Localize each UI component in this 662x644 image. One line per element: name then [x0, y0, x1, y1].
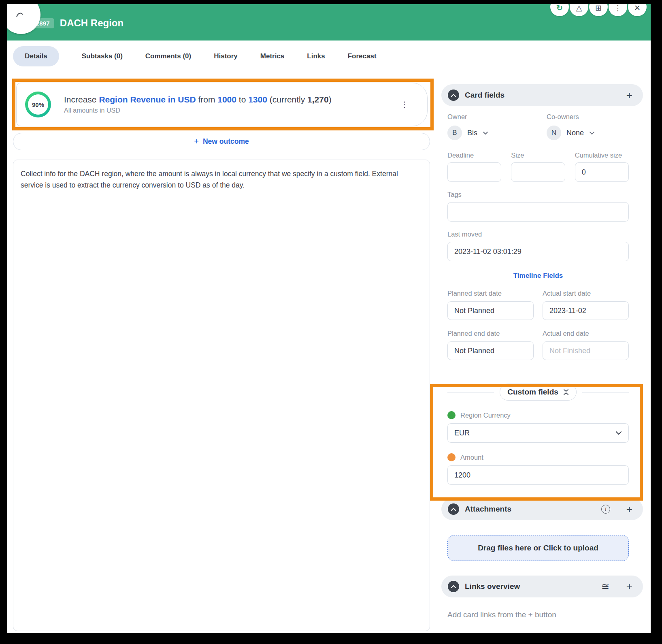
tab-comments[interactable]: Comments (0) — [145, 52, 191, 60]
watch-icon[interactable]: ↻ — [550, 4, 569, 16]
header-actions: ↻ △ ⊞ ⋮ ✕ — [550, 4, 647, 16]
collapse-chevron-icon[interactable] — [448, 503, 459, 515]
card-id-badge: ID:142897 — [16, 18, 54, 28]
currency-field-dot — [447, 411, 456, 419]
timeline-fields-title[interactable]: Timeline Fields — [513, 272, 563, 280]
outcome-card[interactable]: 90% Increase Region Revenue in USD from … — [16, 83, 428, 126]
sidebar: Card fields + Owner B Bis Co-owners N — [441, 84, 643, 619]
tab-links[interactable]: Links — [307, 52, 325, 60]
deadline-input[interactable] — [447, 162, 501, 182]
card-header: ID:142897 DACH Region ↻ △ ⊞ ⋮ ✕ — [7, 4, 651, 41]
outcome-subtitle: All amounts in USD — [64, 107, 400, 114]
co-owners-value: None — [566, 129, 584, 137]
outcome-progress-value: 90% — [28, 94, 48, 115]
card-fields-title: Card fields — [465, 91, 621, 100]
add-field-button[interactable]: + — [626, 90, 632, 100]
attachments-title: Attachments — [465, 505, 596, 514]
new-outcome-button[interactable]: + New outcome — [13, 133, 430, 150]
collapse-chevron-icon[interactable] — [448, 90, 459, 101]
actual-start-label: Actual start date — [543, 290, 629, 297]
chevron-down-icon[interactable] — [589, 131, 595, 135]
custom-fields-divider: Custom fields — [447, 384, 629, 401]
amount-label: Amount — [460, 454, 483, 461]
card-fields-header[interactable]: Card fields + — [441, 84, 643, 106]
tab-forecast[interactable]: Forecast — [348, 52, 377, 60]
collapse-chevron-icon[interactable] — [448, 581, 459, 592]
tab-history[interactable]: History — [214, 52, 238, 60]
actual-end-input[interactable]: Not Finished — [543, 341, 629, 360]
planned-end-input[interactable]: Not Planned — [447, 341, 534, 360]
outcome-menu-icon[interactable]: ⋮ — [400, 100, 409, 109]
info-icon[interactable]: i — [601, 505, 610, 514]
size-input[interactable] — [511, 162, 565, 182]
timeline-divider: Timeline Fields — [447, 272, 629, 280]
cumulative-size-label: Cumulative size — [575, 151, 629, 159]
custom-fields-toggle[interactable]: Custom fields — [500, 384, 577, 401]
chevron-down-icon — [615, 431, 622, 435]
tab-subtasks[interactable]: Subtasks (0) — [82, 52, 123, 60]
collapse-vertical-icon — [563, 389, 569, 395]
more-icon[interactable]: ⋮ — [609, 4, 627, 16]
co-owner-avatar[interactable]: N — [547, 126, 561, 140]
co-owners-label: Co-owners — [547, 113, 629, 121]
amount-field-dot — [447, 453, 456, 461]
tab-metrics[interactable]: Metrics — [260, 52, 285, 60]
card-title: DACH Region — [60, 17, 123, 29]
close-icon[interactable]: ✕ — [628, 4, 647, 16]
tags-input[interactable] — [447, 202, 629, 222]
new-outcome-label: New outcome — [203, 137, 249, 146]
amount-input[interactable]: 1200 — [447, 465, 629, 485]
links-overview-title: Links overview — [465, 582, 596, 591]
owner-label: Owner — [447, 113, 547, 121]
tab-bar: Details Subtasks (0) Comments (0) Histor… — [13, 46, 377, 66]
add-link-button[interactable]: + — [626, 581, 632, 592]
alert-icon[interactable]: △ — [570, 4, 588, 16]
chevron-down-icon[interactable] — [483, 131, 488, 135]
links-filter-icon[interactable]: ≅ — [601, 582, 609, 591]
description-editor[interactable]: Collect info for the DACH region, where … — [13, 160, 430, 631]
region-currency-label: Region Currency — [460, 412, 511, 419]
actual-start-input[interactable]: 2023-11-02 — [543, 301, 629, 320]
tab-details[interactable]: Details — [13, 46, 59, 66]
owner-avatar[interactable]: B — [447, 126, 462, 140]
archive-icon[interactable]: ⊞ — [589, 4, 608, 16]
add-attachment-button[interactable]: + — [626, 504, 632, 514]
planned-start-input[interactable]: Not Planned — [447, 301, 534, 320]
planned-end-label: Planned end date — [447, 330, 534, 337]
region-currency-select[interactable]: EUR — [447, 423, 629, 443]
outcome-metric-link[interactable]: Region Revenue in USD — [99, 95, 196, 104]
size-label: Size — [511, 151, 565, 159]
tags-label: Tags — [447, 191, 629, 198]
custom-fields-title: Custom fields — [507, 388, 558, 397]
plus-icon: + — [194, 137, 199, 146]
actual-end-label: Actual end date — [543, 330, 629, 337]
last-moved-input[interactable]: 2023-11-02 03:01:29 — [447, 242, 629, 261]
outcome-progress-ring: 90% — [25, 92, 51, 117]
last-moved-label: Last moved — [447, 230, 629, 238]
card-details-window: ID:142897 DACH Region ↻ △ ⊞ ⋮ ✕ Details … — [7, 4, 651, 633]
cumulative-size-input[interactable]: 0 — [575, 162, 629, 182]
links-overview-header[interactable]: Links overview ≅ + — [441, 576, 643, 597]
owner-value: Bis — [467, 129, 477, 137]
outcome-title: Increase Region Revenue in USD from 1000… — [64, 95, 400, 104]
file-upload-dropzone[interactable]: Drag files here or Click to upload — [447, 535, 629, 561]
outcome-text: Increase Region Revenue in USD from 1000… — [64, 95, 400, 114]
deadline-label: Deadline — [447, 151, 501, 159]
planned-start-label: Planned start date — [447, 290, 534, 297]
links-empty-text: Add card links from the + button — [447, 610, 629, 619]
attachments-header[interactable]: Attachments i + — [441, 498, 643, 520]
